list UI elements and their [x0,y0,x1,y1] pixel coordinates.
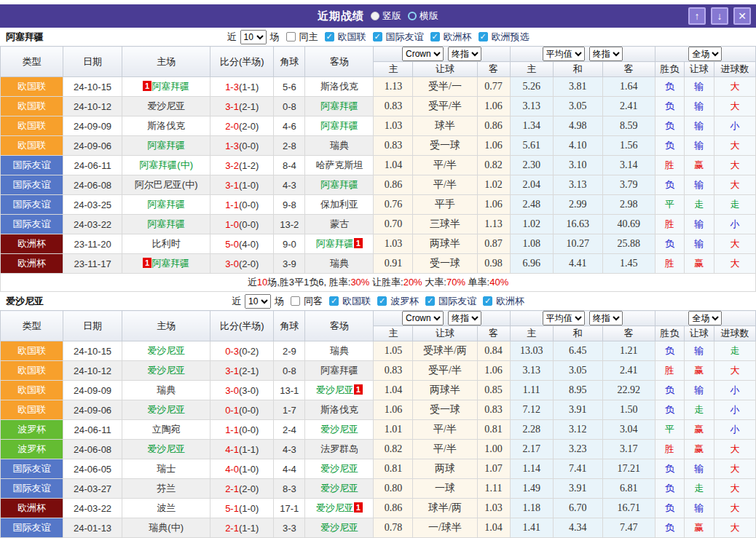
halftime-score: (0-0) [239,199,259,210]
header-group: 平均值终指 [510,47,655,62]
result-goals: 小 [714,420,755,440]
result-outcome: 胜 [655,215,684,234]
odds-home: 0.83 [374,136,413,156]
title-bar-center: 近期战绩 竖版 横版 [0,9,756,23]
avg-draw: 3.10 [553,156,602,175]
result-goals: 大 [714,156,755,175]
odds-handicap: 受一球 [413,254,477,274]
home-team-name: 爱沙尼亚 [147,100,185,111]
result-goals: 大 [714,77,755,97]
halftime-score: (1-0) [239,464,259,475]
rank-1-badge: 1 [354,238,363,248]
result-goals: 小 [714,381,755,400]
result-outcome: 负 [655,77,684,97]
away-team-name: 瑞典 [330,140,349,151]
odds-away: 1.06 [477,195,510,215]
corner-cell: 4-6 [274,116,305,136]
layout-radio-vertical[interactable]: 竖版 [371,9,401,23]
halftime-score: (2-0) [239,258,259,269]
halftime-score: (1-1) [239,82,259,92]
close-button[interactable]: ✕ [733,7,751,25]
odds-stage-select[interactable]: 终指 [448,47,481,61]
recent-results-panel: 近期战绩 竖版 横版 ↑ ↓ ✕ 阿塞拜疆近10场同主✓欧国联✓国际友谊✓欧洲杯… [0,0,756,538]
avg-draw: 3.91 [553,479,602,499]
fulltime-score: 0-3 [225,346,239,357]
league-filter-checkbox[interactable]: ✓ [483,296,492,306]
avg-away: 40.69 [602,215,655,234]
date-cell: 24-09-09 [63,381,122,400]
result-handicap-result: 走 [684,400,714,420]
corner-cell: 1-7 [274,400,305,420]
league-filter-checkbox[interactable]: ✓ [373,32,382,41]
bookmaker-select[interactable]: Crown [402,47,444,61]
league-filter-checkbox[interactable]: ✓ [329,296,339,306]
halftime-score: (0-0) [239,219,259,230]
league-filter-checkbox[interactable]: ✓ [325,32,334,41]
home-team-name: 爱沙尼亚 [147,404,185,415]
result-outcome: 负 [655,116,684,136]
halftime-score: (0-2) [239,346,259,357]
league-filter-checkbox[interactable]: ✓ [479,32,488,41]
league-filter-checkbox[interactable]: ✓ [377,296,387,306]
close-icon: ✕ [738,10,747,22]
arrow-up-icon: ↑ [695,10,700,22]
result-handicap-result: 赢 [684,440,714,459]
bookmaker-select[interactable]: Crown [402,311,444,325]
avg-stage-select[interactable]: 终指 [589,311,623,325]
home-team: 爱沙尼亚 [122,361,210,381]
result-outcome: 负 [655,341,684,361]
rank-1-badge: 1 [354,384,363,395]
scope-select[interactable]: 全场 [688,311,722,325]
result-outcome: 胜 [655,254,684,274]
avg-away: 2.41 [602,97,655,116]
result-goals: 大 [714,97,755,116]
column-header: 比分(半场) [210,311,274,341]
corner-cell: 13-2 [274,215,305,234]
rank-1-badge: 1 [143,258,151,268]
same-venue-checkbox[interactable] [286,32,296,41]
match-count-select[interactable]: 10 [240,30,267,44]
avg-away: 3.04 [602,420,655,440]
halftime-score: (2-1) [239,365,259,376]
away-team-name: 哈萨克斯坦 [315,159,363,170]
away-team: 哈萨克斯坦 [305,156,374,175]
result-outcome: 负 [655,136,684,156]
league-filter-checkbox[interactable]: ✓ [430,32,440,41]
column-header: 主 [510,326,553,341]
odds-away: 1.06 [477,136,510,156]
matches-label: 场 [270,31,280,44]
odds-handicap: 受一球 [413,400,477,420]
same-venue-checkbox[interactable] [291,296,300,306]
average-select[interactable]: 平均值 [543,311,585,325]
league-filter-checkbox[interactable]: ✓ [425,296,435,306]
corner-cell: 0-8 [274,361,305,381]
avg-stage-select[interactable]: 终指 [589,47,623,61]
layout-radio-horizontal[interactable]: 横版 [408,9,438,23]
odds-stage-select[interactable]: 终指 [448,311,481,325]
summary-text-segment: 30% [350,277,369,288]
home-team: 爱沙尼亚 [122,400,210,420]
avg-away: 3.14 [602,156,655,175]
fulltime-score: 1-1 [225,424,239,435]
scope-select[interactable]: 全场 [688,47,722,61]
move-down-button[interactable]: ↓ [711,7,728,25]
match-row: 欧洲杯23-11-20比利时5-0(4-0)9-0阿塞拜疆11.03两球半0.8… [1,234,756,254]
avg-draw: 6.45 [553,341,602,361]
section-filter-bar: 爱沙尼亚近10场同客✓欧国联✓波罗杯✓国际友谊✓欧洲杯 [0,292,756,310]
odds-home: 0.86 [374,175,413,195]
fulltime-score: 3-1 [225,101,239,112]
average-select[interactable]: 平均值 [543,47,585,61]
home-team-name: 瑞士 [157,463,176,474]
move-up-button[interactable]: ↑ [688,7,706,25]
avg-away: 16.71 [602,499,655,518]
home-team: 瑞典(中) [122,518,210,538]
odds-away: 0.86 [477,116,510,136]
odds-handicap: 两球半 [413,381,477,400]
avg-away: 1.50 [602,400,655,420]
avg-away: 1.21 [602,341,655,361]
result-outcome: 负 [655,234,684,254]
match-count-select[interactable]: 10 [245,294,271,309]
result-goals: 小 [714,400,755,420]
header-row-top: 类型日期主场比分(半场)角球客场Crown终指平均值终指全场 [1,47,756,62]
away-team: 瑞典 [305,254,374,274]
